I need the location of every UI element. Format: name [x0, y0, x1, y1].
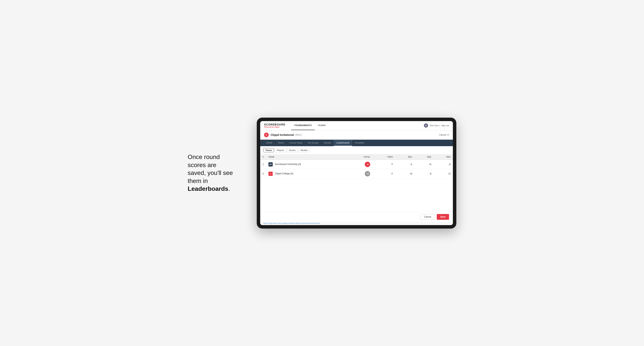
col-team: TEAM — [266, 155, 348, 160]
row1-rd2: +5 — [414, 160, 434, 169]
tab-tee-groups[interactable]: Tee Groups — [305, 140, 321, 146]
col-rd3: RD3 — [434, 155, 453, 160]
user-name: Test User | — [430, 124, 440, 127]
row2-team-logo: C — [268, 172, 273, 176]
tournament-logo: C — [264, 133, 269, 137]
table-row: 2 C Clippd College [A] +3 F +8 -8 +3 — [260, 169, 453, 178]
nav-teams[interactable]: TEAMS — [315, 121, 329, 130]
user-avatar: S — [424, 123, 428, 128]
tournament-header: C Clippd Invitational (Men) Cancel ✕ — [260, 130, 453, 140]
row1-thru: F — [372, 160, 395, 169]
leaderboard-table-area: # TEAM TOTAL THRU RD1 RD2 RD3 1 — [260, 155, 453, 189]
filter-bar: Teams Players Scores Strokes — [260, 146, 453, 155]
row1-rd1: -4 — [395, 160, 414, 169]
close-icon: ✕ — [447, 134, 449, 136]
nav-tournaments[interactable]: TOURNAMENTS — [291, 121, 315, 130]
row1-team-logo: SB — [268, 162, 273, 167]
tab-printables[interactable]: Printables — [352, 140, 367, 146]
nav-right: S Test User | Sign out — [424, 123, 449, 128]
tournament-title: Clippd Invitational — [270, 133, 294, 136]
table-header-row: # TEAM TOTAL THRU RD1 RD2 RD3 — [260, 155, 453, 160]
save-button[interactable]: Save — [437, 214, 449, 220]
tab-teams[interactable]: Teams — [275, 140, 287, 146]
col-rank: # — [260, 155, 266, 160]
tournament-subtitle: (Men) — [295, 133, 302, 136]
filter-teams-button[interactable]: Teams — [263, 148, 274, 152]
col-thru: THRU — [372, 155, 395, 160]
col-total: TOTAL — [348, 155, 373, 160]
row2-rd1: +8 — [395, 169, 414, 178]
row1-rd3: -6 — [434, 160, 453, 169]
cancel-button[interactable]: Cancel — [420, 214, 435, 220]
col-rd1: RD1 — [395, 155, 414, 160]
row2-thru: F — [372, 169, 395, 178]
row2-total-badge: +3 — [365, 171, 370, 176]
logo-text: SCOREBOARD — [264, 123, 285, 126]
row2-team-name: Clippd College [A] — [275, 172, 293, 175]
row2-total: +3 — [348, 169, 373, 178]
left-text-line2: scores are — [188, 162, 216, 169]
sub-nav: Details Teams Course Setup Tee Groups Re… — [260, 140, 453, 146]
logo-area: SCOREBOARD Powered by clippd — [264, 123, 285, 128]
left-text-line3: saved, you'll see — [188, 169, 233, 176]
row2-rank: 2 — [260, 169, 266, 178]
row2-team: C Clippd College [A] — [266, 169, 348, 178]
row1-team-name: Scoreboard University [A] — [275, 163, 301, 166]
row1-team: SB Scoreboard University [A] — [266, 160, 348, 169]
leaderboard-table: # TEAM TOTAL THRU RD1 RD2 RD3 1 — [260, 155, 453, 178]
cancel-label: Cancel — [439, 134, 446, 136]
tablet-device: SCOREBOARD Powered by clippd TOURNAMENTS… — [257, 118, 456, 229]
page-container: Once round scores are saved, you'll see … — [188, 118, 456, 229]
footer-bar: Cancel Save — [260, 212, 453, 222]
logo-powered: Powered by — [264, 126, 274, 128]
row2-rd3: +3 — [434, 169, 453, 178]
left-text-period: . — [228, 185, 230, 192]
col-rd2: RD2 — [414, 155, 434, 160]
nav-links: TOURNAMENTS TEAMS — [291, 121, 329, 130]
tab-leaderboards[interactable]: Leaderboards — [334, 140, 352, 146]
left-text-line4: them in — [188, 177, 208, 184]
left-text-block: Once round scores are saved, you'll see … — [188, 153, 245, 193]
url-bar: https://stage-blue-coach.stagescoreboard… — [260, 222, 453, 225]
top-nav: SCOREBOARD Powered by clippd TOURNAMENTS… — [260, 121, 453, 130]
tournament-cancel-button[interactable]: Cancel ✕ — [439, 134, 449, 136]
filter-scores-button[interactable]: Scores — [287, 148, 298, 152]
table-row: 1 SB Scoreboard University [A] -5 F -4 +… — [260, 160, 453, 169]
tab-results[interactable]: Results — [321, 140, 334, 146]
sign-out-link[interactable]: Sign out — [441, 124, 449, 127]
row2-rd2: -8 — [414, 169, 434, 178]
tab-course-setup[interactable]: Course Setup — [287, 140, 305, 146]
url-text: https://stage-blue-coach.stagescoreboard… — [263, 222, 320, 224]
filter-players-button[interactable]: Players — [275, 148, 286, 152]
tablet-screen: SCOREBOARD Powered by clippd TOURNAMENTS… — [260, 121, 453, 225]
left-text-line5: Leaderboards — [188, 185, 228, 192]
row1-total-badge: -5 — [365, 162, 370, 167]
filter-strokes-button[interactable]: Strokes — [298, 148, 310, 152]
row1-rank: 1 — [260, 160, 266, 169]
tab-details[interactable]: Details — [263, 140, 275, 146]
logo-clippd: clippd — [274, 126, 280, 128]
row1-total: -5 — [348, 160, 373, 169]
left-text-line1: Once round — [188, 154, 220, 160]
logo-sub: Powered by clippd — [264, 126, 285, 128]
